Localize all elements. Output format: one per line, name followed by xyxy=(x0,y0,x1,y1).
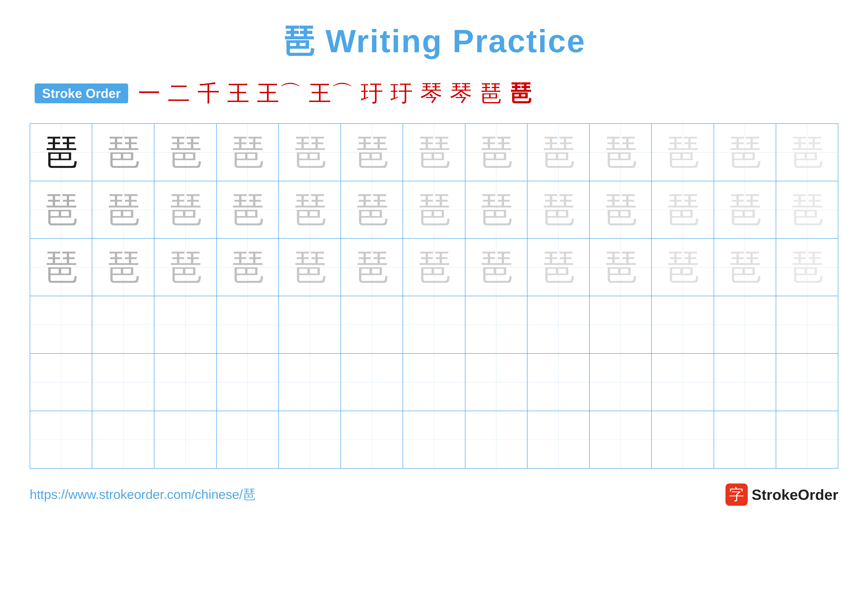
grid-cell-4-5 xyxy=(279,296,341,353)
grid-cell-3-7: 琶 xyxy=(403,239,465,296)
logo-text: StrokeOrder xyxy=(752,486,838,503)
grid-cell-6-13 xyxy=(776,411,838,468)
grid-cell-1-13: 琶 xyxy=(776,124,838,181)
char-gray5: 琶 xyxy=(355,135,389,169)
stroke-4: 王 xyxy=(227,78,250,109)
grid-cell-2-13: 琶 xyxy=(776,181,838,238)
grid-cell-5-7 xyxy=(403,354,465,410)
grid-cell-6-3 xyxy=(154,411,217,468)
grid-cell-2-1: 琶 xyxy=(30,181,92,238)
grid-cell-3-2: 琶 xyxy=(92,239,154,296)
grid-cell-3-1: 琶 xyxy=(30,239,92,296)
grid-cell-1-10: 琶 xyxy=(590,124,652,181)
grid-cell-6-7 xyxy=(403,411,465,468)
grid-cell-3-13: 琶 xyxy=(776,239,838,296)
practice-grid: 琶 琶 琶 琶 琶 琶 琶 琶 琶 琶 琶 琶 琶 琶 琶 琶 琶 琶 琶 琶 … xyxy=(30,123,838,469)
grid-cell-5-4 xyxy=(217,354,279,410)
grid-cell-4-9 xyxy=(527,296,590,353)
grid-cell-3-6: 琶 xyxy=(341,239,403,296)
grid-cell-2-6: 琶 xyxy=(341,181,403,238)
grid-row-6 xyxy=(30,411,838,468)
grid-cell-1-2: 琶 xyxy=(92,124,154,181)
grid-cell-1-1: 琶 xyxy=(30,124,92,181)
grid-cell-1-12: 琶 xyxy=(714,124,776,181)
grid-row-2: 琶 琶 琶 琶 琶 琶 琶 琶 琶 琶 琶 琶 琶 xyxy=(30,181,838,239)
stroke-7: 玗 xyxy=(361,78,383,109)
char-gray7: 琶 xyxy=(479,135,513,169)
stroke-9: 琴 xyxy=(420,78,442,109)
stroke-5: 王⌒ xyxy=(257,78,301,109)
grid-cell-2-10: 琶 xyxy=(590,181,652,238)
grid-cell-3-12: 琶 xyxy=(714,239,776,296)
char-gray9: 琶 xyxy=(603,135,638,169)
grid-cell-5-3 xyxy=(154,354,217,410)
footer: https://www.strokeorder.com/chinese/琶 字 … xyxy=(30,483,838,506)
footer-url: https://www.strokeorder.com/chinese/琶 xyxy=(30,486,256,503)
logo-char: 字 xyxy=(729,485,744,505)
grid-row-1: 琶 琶 琶 琶 琶 琶 琶 琶 琶 琶 琶 琶 琶 xyxy=(30,124,838,181)
char-gray11: 琶 xyxy=(727,135,762,169)
stroke-3: 千 xyxy=(197,78,220,109)
stroke-10: 琴 xyxy=(450,78,472,109)
grid-cell-3-10: 琶 xyxy=(590,239,652,296)
grid-cell-4-2 xyxy=(92,296,154,353)
grid-cell-5-12 xyxy=(714,354,776,410)
grid-cell-6-2 xyxy=(92,411,154,468)
grid-cell-6-9 xyxy=(527,411,590,468)
grid-row-4 xyxy=(30,296,838,354)
char-gray8: 琶 xyxy=(541,135,575,169)
grid-cell-6-10 xyxy=(590,411,652,468)
stroke-8: 玗 xyxy=(391,78,413,109)
char-gray3: 琶 xyxy=(230,135,265,169)
grid-cell-5-9 xyxy=(527,354,590,410)
grid-cell-6-5 xyxy=(279,411,341,468)
grid-cell-2-4: 琶 xyxy=(217,181,279,238)
grid-cell-3-11: 琶 xyxy=(652,239,714,296)
char-gray1: 琶 xyxy=(106,135,141,169)
grid-cell-4-4 xyxy=(217,296,279,353)
grid-cell-6-4 xyxy=(217,411,279,468)
grid-cell-5-1 xyxy=(30,354,92,410)
grid-cell-1-8: 琶 xyxy=(465,124,527,181)
char-dark: 琶 xyxy=(44,135,78,169)
grid-cell-2-8: 琶 xyxy=(465,181,527,238)
grid-cell-3-9: 琶 xyxy=(527,239,590,296)
grid-cell-5-11 xyxy=(652,354,714,410)
grid-cell-3-4: 琶 xyxy=(217,239,279,296)
grid-cell-4-12 xyxy=(714,296,776,353)
grid-cell-1-9: 琶 xyxy=(527,124,590,181)
char-gray10: 琶 xyxy=(665,135,700,169)
grid-cell-5-10 xyxy=(590,354,652,410)
grid-cell-1-6: 琶 xyxy=(341,124,403,181)
stroke-1: 一 xyxy=(138,78,160,109)
grid-cell-4-7 xyxy=(403,296,465,353)
grid-cell-6-8 xyxy=(465,411,527,468)
grid-cell-1-11: 琶 xyxy=(652,124,714,181)
grid-row-3: 琶 琶 琶 琶 琶 琶 琶 琶 琶 琶 琶 琶 琶 xyxy=(30,239,838,296)
grid-cell-3-3: 琶 xyxy=(154,239,217,296)
grid-cell-5-6 xyxy=(341,354,403,410)
grid-cell-4-10 xyxy=(590,296,652,353)
grid-cell-2-5: 琶 xyxy=(279,181,341,238)
page: 琶 Writing Practice Stroke Order 一 二 千 王 … xyxy=(0,0,868,614)
grid-cell-4-1 xyxy=(30,296,92,353)
stroke-12: 琶 xyxy=(509,78,532,109)
grid-cell-4-8 xyxy=(465,296,527,353)
grid-cell-5-2 xyxy=(92,354,154,410)
char-gray2: 琶 xyxy=(168,135,203,169)
grid-cell-2-12: 琶 xyxy=(714,181,776,238)
grid-cell-3-8: 琶 xyxy=(465,239,527,296)
grid-cell-6-11 xyxy=(652,411,714,468)
grid-cell-1-7: 琶 xyxy=(403,124,465,181)
stroke-order-badge: Stroke Order xyxy=(35,84,128,103)
grid-cell-6-6 xyxy=(341,411,403,468)
logo-icon: 字 xyxy=(725,483,748,506)
char-gray6: 琶 xyxy=(417,135,451,169)
grid-cell-4-6 xyxy=(341,296,403,353)
grid-cell-5-13 xyxy=(776,354,838,410)
grid-cell-6-12 xyxy=(714,411,776,468)
grid-row-5 xyxy=(30,354,838,411)
stroke-2: 二 xyxy=(168,78,190,109)
grid-cell-2-9: 琶 xyxy=(527,181,590,238)
page-title: 琶 Writing Practice xyxy=(282,20,586,64)
